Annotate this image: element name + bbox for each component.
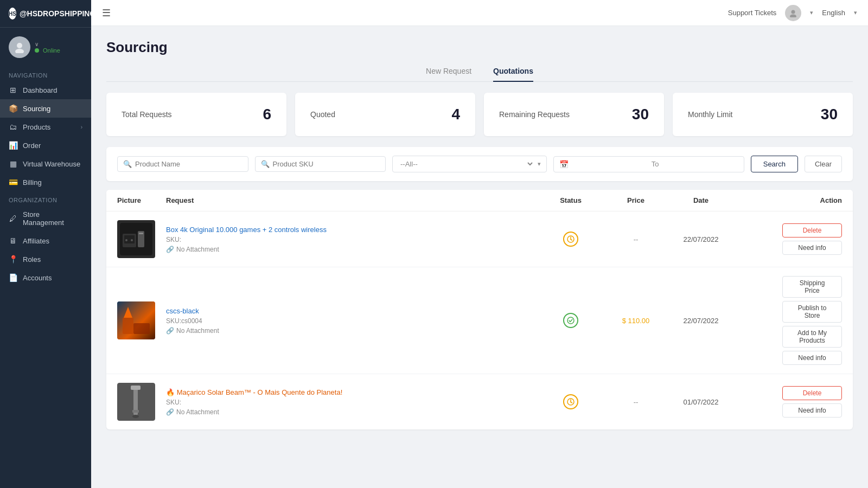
status-cell: [538, 232, 603, 247]
need-info-button[interactable]: Need info: [782, 351, 842, 365]
svg-rect-10: [139, 233, 143, 234]
sidebar-item-products[interactable]: 🗂 Products ›: [0, 118, 91, 136]
link-icon: 🔗: [166, 246, 174, 253]
sidebar-item-store-management[interactable]: 🖊 Store Management: [0, 206, 91, 232]
stat-monthly-limit: Monthly Limit 30: [673, 93, 853, 136]
affiliates-icon: 🖥: [9, 236, 17, 245]
sidebar-item-roles[interactable]: 📍 Roles: [0, 250, 91, 268]
product-sku-input[interactable]: [273, 160, 380, 168]
col-request: Request: [166, 196, 538, 204]
menu-toggle-button[interactable]: ☰: [102, 7, 111, 19]
sourcing-icon: 📦: [9, 104, 17, 113]
user-info: ∨ Online: [35, 41, 60, 54]
product-name[interactable]: cscs-black: [166, 307, 533, 315]
product-image: [117, 383, 155, 421]
col-picture: Picture: [117, 196, 166, 204]
user-profile[interactable]: ∨ Online: [0, 28, 91, 67]
date-to-label: To: [652, 160, 659, 168]
sidebar-item-sourcing[interactable]: 📦 Sourcing: [0, 99, 91, 118]
link-icon: 🔗: [166, 327, 174, 335]
link-icon: 🔗: [166, 408, 174, 416]
language-selector[interactable]: English: [822, 9, 845, 17]
price-cell: $ 110.00: [603, 317, 668, 325]
online-dot: [35, 48, 39, 53]
add-to-products-button[interactable]: Add to My Products: [782, 326, 842, 348]
svg-point-3: [790, 14, 796, 17]
search-bar: 🔍 🔍 --All-- ▾ 📅 To Search Clear: [106, 147, 853, 181]
shipping-price-button[interactable]: Shipping Price: [782, 276, 842, 298]
product-name[interactable]: Box 4k Original 10.000 games + 2 control…: [166, 226, 533, 234]
date-cell: 22/07/2022: [668, 317, 733, 325]
sidebar-logo: HS @HSDROPSHIPPING: [0, 0, 91, 28]
stat-total-requests: Total Requests 6: [106, 93, 286, 136]
table-header: Picture Request Status Price Date Action: [106, 190, 853, 211]
support-tickets-link[interactable]: Support Tickets: [728, 9, 777, 17]
user-chevron-icon: ∨: [35, 41, 60, 47]
clear-button[interactable]: Clear: [805, 156, 842, 172]
delete-button[interactable]: Delete: [782, 223, 842, 237]
status-select[interactable]: --All--: [398, 159, 534, 169]
col-price: Price: [603, 196, 668, 204]
table-row: cscs-black SKU:cs0004 🔗 No Attachment $ …: [106, 267, 853, 374]
date-range-field[interactable]: 📅 To: [553, 156, 744, 172]
sidebar-item-accounts[interactable]: 📄 Accounts: [0, 268, 91, 287]
org-section-label: Organization: [0, 191, 91, 206]
svg-point-1: [15, 49, 24, 53]
table-row: 🔥 Maçarico Solar Beam™ - O Mais Quente d…: [106, 374, 853, 429]
sidebar-item-label: Order: [23, 142, 41, 150]
product-name-input[interactable]: [135, 160, 242, 168]
expand-arrow-icon: ›: [81, 124, 82, 130]
search-icon: 🔍: [123, 160, 132, 168]
store-icon: 🖊: [9, 214, 17, 223]
action-cell: Shipping Price Publish to Store Add to M…: [733, 276, 842, 365]
date-cell: 01/07/2022: [668, 398, 733, 406]
publish-to-store-button[interactable]: Publish to Store: [782, 301, 842, 323]
stat-value: 30: [632, 106, 649, 123]
request-cell: cscs-black SKU:cs0004 🔗 No Attachment: [166, 307, 538, 335]
stat-quoted: Quoted 4: [295, 93, 475, 136]
stat-label: Quoted: [310, 110, 335, 119]
user-avatar-top[interactable]: [785, 5, 801, 21]
svg-point-7: [125, 239, 127, 241]
tab-quotations[interactable]: Quotations: [493, 67, 533, 82]
sidebar-item-dashboard[interactable]: ⊞ Dashboard: [0, 81, 91, 99]
tab-new-request[interactable]: New Request: [426, 67, 471, 82]
sidebar-item-label: Products: [23, 123, 50, 131]
dashboard-icon: ⊞: [9, 86, 17, 94]
sidebar-item-virtual-warehouse[interactable]: ▦ Virtual Warehouse: [0, 155, 91, 173]
sidebar-item-label: Dashboard: [23, 86, 58, 94]
product-sku-field[interactable]: 🔍: [255, 156, 386, 172]
col-date: Date: [668, 196, 733, 204]
date-to-input[interactable]: [662, 160, 738, 168]
chevron-down-icon: ▾: [810, 9, 813, 16]
sidebar-item-affiliates[interactable]: 🖥 Affiliates: [0, 232, 91, 250]
stat-value: 4: [451, 106, 460, 123]
status-select-wrap[interactable]: --All-- ▾: [392, 156, 547, 172]
sidebar-item-label: Sourcing: [23, 105, 50, 113]
request-cell: 🔥 Maçarico Solar Beam™ - O Mais Quente d…: [166, 388, 538, 416]
online-status: Online: [35, 47, 60, 54]
product-image: [117, 301, 155, 339]
sku-text: SKU:: [166, 236, 533, 243]
sidebar: HS @HSDROPSHIPPING ∨ Online Navigation ⊞…: [0, 0, 91, 488]
product-name[interactable]: 🔥 Maçarico Solar Beam™ - O Mais Quente d…: [166, 388, 533, 396]
delete-button[interactable]: Delete: [782, 386, 842, 400]
sidebar-item-billing[interactable]: 💳 Billing: [0, 173, 91, 191]
price-cell: --: [603, 398, 668, 406]
quotations-table: Picture Request Status Price Date Action: [106, 190, 853, 429]
billing-icon: 💳: [9, 178, 17, 187]
sku-text: SKU:cs0004: [166, 317, 533, 325]
date-from-input[interactable]: [572, 160, 648, 168]
col-status: Status: [538, 196, 603, 204]
fire-icon: 🔥: [166, 388, 175, 396]
need-info-button[interactable]: Need info: [782, 403, 842, 418]
stats-row: Total Requests 6 Quoted 4 Remaining Requ…: [106, 93, 853, 136]
search-button[interactable]: Search: [751, 156, 798, 172]
need-info-button[interactable]: Need info: [782, 241, 842, 255]
sidebar-item-order[interactable]: 📊 Order: [0, 136, 91, 155]
avatar: [9, 36, 30, 58]
product-name-field[interactable]: 🔍: [117, 156, 248, 172]
status-done-icon: [563, 313, 578, 328]
language-chevron-icon: ▾: [854, 9, 857, 16]
sku-text: SKU:: [166, 399, 533, 406]
